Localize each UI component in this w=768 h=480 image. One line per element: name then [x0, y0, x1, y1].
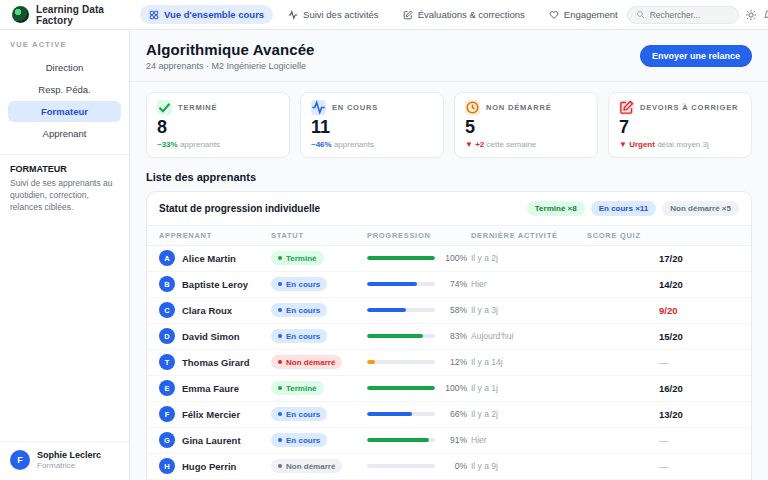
nav-tab-vue-d-ensemble-cours[interactable]: Vue d'ensemble cours [140, 5, 273, 24]
user-profile[interactable]: F Sophie Leclerc Formatrice [0, 441, 129, 480]
sidebar-items: DirectionResp. Péda.FormateurApprenant [0, 56, 129, 145]
column-header: PROGRESSION [367, 231, 471, 240]
progress-percent: 12% [441, 357, 467, 367]
last-activity: Il y a 14j [471, 357, 587, 367]
progress-percent: 100% [441, 253, 467, 263]
quiz-score: — [587, 357, 739, 368]
learner-avatar: A [159, 250, 175, 266]
top-bar: Learning Data Factory Vue d'ensemble cou… [0, 0, 768, 30]
top-nav: Vue d'ensemble coursSuivi des activitésÉ… [140, 5, 627, 24]
sidebar-item-direction[interactable]: Direction [8, 57, 121, 78]
activity-icon [288, 10, 298, 20]
progress-percent: 58% [441, 305, 467, 315]
edit-icon [403, 10, 413, 20]
learner-name: Alice Martin [182, 253, 236, 264]
quiz-score: 9/20 [587, 305, 739, 316]
last-activity: Hier [471, 435, 587, 445]
stat-label: TERMINÉ [178, 103, 217, 112]
status-dot-icon [278, 360, 282, 364]
progress-bar [367, 308, 435, 312]
table-row[interactable]: C Clara Roux En cours 58% Il y a 3j 9/20 [147, 298, 751, 324]
status-dot-icon [278, 308, 282, 312]
role-title: FORMATEUR [0, 164, 129, 174]
learner-name: Clara Roux [182, 305, 232, 316]
table-row[interactable]: G Gina Laurent En cours 91% Hier — [147, 428, 751, 454]
nav-tab-suivi-des-activit-s[interactable]: Suivi des activités [279, 5, 388, 24]
quiz-score: 15/20 [587, 331, 739, 342]
status-dot-icon [278, 412, 282, 416]
nav-tab--valuations-corrections[interactable]: Évaluations & corrections [394, 5, 534, 24]
table-header-row: APPRENANTSTATUTPROGRESSIONDERNIÈRE ACTIV… [147, 225, 751, 246]
stat-subtext: ▼ +2 cette semaine [465, 140, 587, 149]
table-row[interactable]: T Thomas Girard Non démarré 12% Il y a 1… [147, 350, 751, 376]
table-card-title: Statut de progression individuelle [159, 203, 320, 214]
check-icon [157, 100, 172, 115]
quiz-score: 16/20 [587, 383, 739, 394]
progress-bar [367, 360, 435, 364]
last-activity: Il y a 2j [471, 409, 587, 419]
user-role: Formatrice [37, 461, 101, 470]
table-row[interactable]: B Baptiste Leroy En cours 74% Hier 14/20 [147, 272, 751, 298]
filter-badge[interactable]: Non démarré ×5 [662, 201, 739, 216]
stat-subtext: ~33% apprenants [157, 140, 279, 149]
table-row[interactable]: H Hugo Perrin Non démarré 0% Il y a 9j — [147, 454, 751, 480]
quiz-score: — [587, 461, 739, 472]
filter-badge[interactable]: Terminé ×8 [527, 201, 585, 216]
last-activity: Il y a 1j [471, 383, 587, 393]
grid-icon [149, 10, 159, 20]
theme-toggle-button[interactable] [745, 5, 757, 25]
sidebar: VUE ACTIVE DirectionResp. Péda.Formateur… [0, 30, 130, 480]
main-content: Algorithmique Avancée 24 apprenants · M2… [130, 30, 768, 480]
status-badge: En cours [271, 303, 327, 317]
quiz-score: 13/20 [587, 409, 739, 420]
list-section-title: Liste des apprenants [146, 171, 752, 183]
sidebar-item-apprenant[interactable]: Apprenant [8, 123, 121, 144]
sidebar-item-resp-p-da-[interactable]: Resp. Péda. [8, 79, 121, 100]
clock-icon [465, 100, 480, 115]
table-row[interactable]: F Félix Mercier En cours 66% Il y a 2j 1… [147, 402, 751, 428]
app-logo-icon [12, 6, 29, 23]
progress-percent: 0% [441, 461, 467, 471]
status-badge: Terminé [271, 251, 324, 265]
progress-bar [367, 438, 435, 442]
column-header: DERNIÈRE ACTIVITÉ [471, 231, 587, 240]
table-row[interactable]: D David Simon En cours 83% Aujourd'hui 1… [147, 324, 751, 350]
notifications-button[interactable] [763, 5, 768, 25]
stat-value: 11 [311, 117, 433, 138]
stat-subtext: ▼ Urgent délai moyen 3j [619, 140, 741, 149]
status-badge: En cours [271, 407, 327, 421]
send-reminder-button[interactable]: Envoyer une relance [640, 45, 752, 67]
search-input[interactable] [650, 10, 730, 20]
table-row[interactable]: A Alice Martin Terminé 100% Il y a 2j 17… [147, 246, 751, 272]
stat-label: DEVOIRS À CORRIGER [640, 103, 738, 112]
learner-avatar: C [159, 302, 175, 318]
clock-icon [465, 100, 480, 115]
divider [0, 154, 129, 155]
learner-avatar: G [159, 432, 175, 448]
quiz-score: — [587, 435, 739, 446]
status-dot-icon [278, 282, 282, 286]
progress-percent: 83% [441, 331, 467, 341]
status-dot-icon [278, 386, 282, 390]
activity-icon [311, 100, 326, 115]
stat-card: NON DÉMARRÉ 5 ▼ +2 cette semaine [454, 92, 598, 158]
stat-card: EN COURS 11 ~46% apprenants [300, 92, 444, 158]
status-dot-icon [278, 334, 282, 338]
filter-badge[interactable]: En cours ×11 [591, 201, 657, 216]
progress-bar [367, 386, 435, 390]
nav-tab-engagement[interactable]: Engagement [540, 5, 627, 24]
learner-avatar: T [159, 354, 175, 370]
brand: Learning Data Factory [12, 4, 130, 26]
heart-icon [549, 10, 559, 20]
column-header: APPRENANT [159, 231, 271, 240]
sidebar-item-formateur[interactable]: Formateur [8, 101, 121, 122]
column-header: SCORE QUIZ [587, 231, 739, 240]
search-box[interactable] [627, 6, 739, 24]
course-header: Algorithmique Avancée 24 apprenants · M2… [130, 30, 768, 82]
grid-icon [149, 10, 159, 20]
quiz-score: 17/20 [587, 253, 739, 264]
last-activity: Il y a 3j [471, 305, 587, 315]
stat-cards: TERMINÉ 8 ~33% apprenants EN COURS 11 ~4… [130, 82, 768, 168]
progress-bar [367, 256, 435, 260]
table-row[interactable]: E Emma Faure Terminé 100% Il y a 1j 16/2… [147, 376, 751, 402]
